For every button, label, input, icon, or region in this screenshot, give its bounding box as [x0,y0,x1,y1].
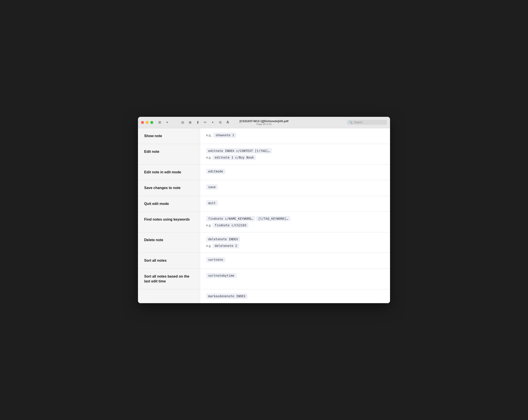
table-row: Show note e.g., shownote 1 [138,128,390,144]
command-code: findnote c/NAME_KEYWORD… [206,216,255,221]
table-row: Save changes to note save [138,180,390,196]
window-title-block: [CS2103T-W13-1][Dictionote]UG.pdf Page 4… [240,119,288,125]
command-code: deletenote 2 [213,243,239,248]
command-line: e.g., shownote 1 [206,133,384,137]
row-label: Delete note [144,238,163,242]
annotate-chevron-button[interactable]: ▼ [209,119,216,125]
command-code: save [206,185,218,190]
reader-view-button[interactable]: A [224,119,231,125]
table-row: Find notes using keywords findnote c/NAM… [138,212,390,232]
command-line: save [206,185,384,190]
eg-prefix: e.g. [206,244,211,248]
row-label: Edit note in edit mode [144,170,181,174]
command-line: e.g. deletenote 2 [206,243,384,248]
command-line: sortnotebytime [206,273,384,278]
document-subtitle: Page 40 of 42 [240,123,288,125]
minimize-button[interactable] [146,121,149,124]
table-row: Sort all notes based on the last edit ti… [138,269,390,289]
command-code: sortnote [206,257,225,262]
eg-prefix: e.g. [206,224,211,227]
command-line: quit [206,201,384,205]
toolbar-controls: ⊖ ⊕ ⬆ ✏ ▼ ⧉ A [179,119,231,125]
close-button[interactable] [141,121,144,124]
command-code: shownote 1 [214,133,236,137]
command-line: sortnote [206,257,384,262]
maximize-button[interactable] [150,121,153,124]
command-code: editnote INDEX c/CONTEXT [t/TAG]… [206,148,272,153]
command-code: findnote c/CS2103 [213,223,248,228]
row-label: Save changes to note [144,186,181,190]
command-code: sortnotebytime [206,273,236,278]
traffic-lights [141,121,153,124]
document-title: [CS2103T-W13-1][Dictionote]UG.pdf [240,119,288,123]
sidebar-chevron-button[interactable]: ▼ [164,119,170,125]
command-code: editnote 1 c/Buy Book [213,155,256,160]
row-label: Find notes using keywords [144,217,190,221]
eg-prefix: e.g. [206,156,211,159]
command-line: e.g. findnote c/CS2103 [206,223,384,228]
command-code: deletenote INDEX [206,237,240,242]
command-line: findnote c/NAME_KEYWORD… [t/TAG_KEYWORD]… [206,216,384,221]
command-line: e.g. editnote 1 c/Buy Book [206,155,384,160]
table-row: Delete note deletenote INDEX e.g. delete… [138,232,390,253]
commands-table: Show note e.g., shownote 1 Edit note edi… [138,128,390,303]
eg-prefix: e.g., [206,133,212,137]
search-icon: 🔍 [349,121,353,124]
table-row: Edit note editnote INDEX c/CONTEXT [t/TA… [138,144,390,165]
table-row: markasdonenote INDEX [138,289,390,303]
command-code: markasdonenote INDEX [206,294,248,298]
sidebar-toggle-button[interactable]: ⊞ [156,119,163,125]
search-placeholder: Search [354,121,362,124]
pdf-content: Show note e.g., shownote 1 Edit note edi… [138,128,390,303]
command-code: quit [206,201,218,205]
command-line: markasdonenote INDEX [206,294,384,298]
titlebar: ⊞ ▼ [CS2103T-W13-1][Dictionote]UG.pdf Pa… [138,117,390,128]
share-button[interactable]: ⬆ [194,119,201,125]
table-row: Sort all notes sortnote [138,253,390,269]
row-label: Sort all notes [144,259,167,262]
command-line: editmode [206,169,384,174]
command-code: [t/TAG_KEYWORD]… [256,216,290,221]
row-label: Edit note [144,150,159,153]
table-row: Quit edit mode quit [138,196,390,212]
titlebar-right: 🔍 Search [347,120,387,125]
row-label: Sort all notes based on the last edit ti… [144,274,189,283]
zoom-out-button[interactable]: ⊖ [179,119,186,125]
window-resize-button[interactable]: ⧉ [217,119,224,125]
search-box[interactable]: 🔍 Search [347,120,387,125]
command-code: editmode [206,169,225,174]
command-line: deletenote INDEX [206,237,384,242]
command-line: editnote INDEX c/CONTEXT [t/TAG]… [206,148,384,153]
table-row: Edit note in edit mode editmode [138,165,390,180]
zoom-in-button[interactable]: ⊕ [187,119,193,125]
row-label: Show note [144,134,162,138]
app-window: ⊞ ▼ [CS2103T-W13-1][Dictionote]UG.pdf Pa… [138,117,390,303]
annotate-button[interactable]: ✏ [202,119,208,125]
row-label: Quit edit mode [144,202,169,205]
